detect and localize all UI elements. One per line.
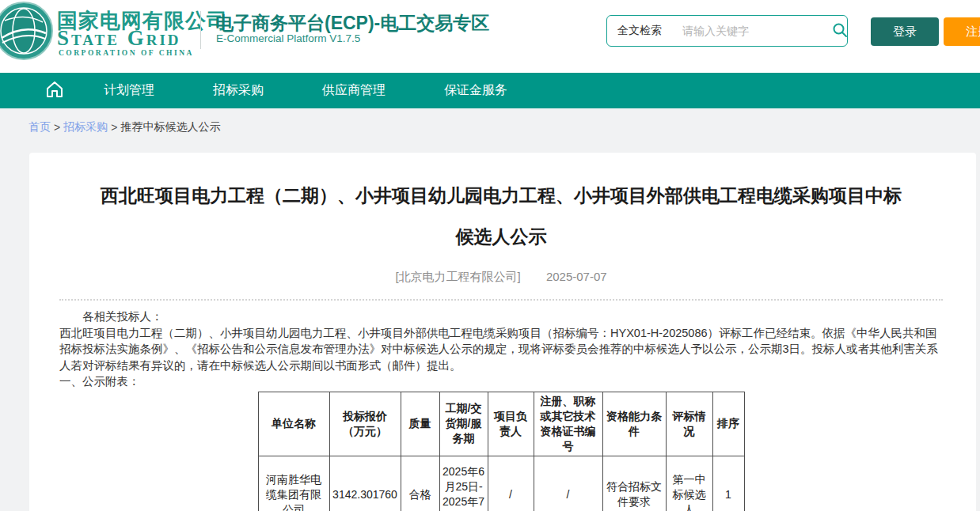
cell-certificate-no: / (534, 456, 602, 511)
col-header-bid-price: 投标报价（万元） (329, 392, 401, 456)
header-divider (200, 11, 201, 49)
breadcrumb-bidding[interactable]: 招标采购 (63, 120, 108, 134)
search-box: 全文检索 (606, 15, 848, 47)
body-paragraph: 西北旺项目电力工程（二期）、小井项目幼儿园电力工程、小井项目外部供电工程电缆采购… (59, 325, 943, 374)
search-scope-selector[interactable]: 全文检索 (607, 24, 673, 38)
section-label: 一、公示附表： (59, 373, 943, 390)
col-header-project-leader: 项目负责人 (488, 392, 534, 456)
breadcrumb-separator: > (111, 121, 117, 134)
breadcrumb: 首页 > 招标采购 > 推荐中标候选人公示 (28, 120, 980, 134)
nav-item-bidding-procurement[interactable]: 招标采购 (213, 82, 264, 99)
dotted-separator (59, 299, 943, 301)
cell-rank: 1 (712, 456, 744, 511)
article-meta: [北京电力工程有限公司] 2025-07-07 (59, 270, 943, 285)
col-header-quality: 质量 (401, 392, 439, 456)
candidates-table: 单位名称 投标报价（万元） 质量 工期/交货期/服务期 项目负责人 注册、职称或… (258, 392, 745, 511)
state-grid-logo-icon (0, 2, 54, 60)
breadcrumb-separator: > (54, 121, 60, 134)
cell-period: 2025年6月25日-2025年7月10日 (439, 456, 488, 511)
search-input[interactable] (673, 25, 832, 37)
breadcrumb-home[interactable]: 首页 (28, 120, 51, 134)
platform-version: E-Commercial Platform V1.7.5 (216, 32, 360, 44)
cell-quality: 合格 (401, 456, 439, 511)
page-header: 国家电网有限公司 State Grid CORPORATION OF CHINA… (0, 0, 980, 73)
salutation: 各相关投标人： (59, 308, 943, 325)
col-header-unit-name: 单位名称 (258, 392, 329, 456)
brand-name-en: State Grid (57, 26, 181, 50)
cell-qualification: 符合招标文件要求 (602, 456, 666, 511)
breadcrumb-current: 推荐中标候选人公示 (120, 120, 220, 134)
search-icon (832, 22, 848, 40)
col-header-rank: 排序 (712, 392, 744, 456)
col-header-evaluation: 评标情况 (666, 392, 712, 456)
login-button[interactable]: 登录 (871, 17, 939, 46)
search-button[interactable] (832, 16, 848, 46)
main-nav: 计划管理 招标采购 供应商管理 保证金服务 (0, 73, 980, 108)
cell-unit-name: 河南胜华电缆集团有限公司 (258, 456, 329, 511)
content-panel: 西北旺项目电力工程（二期）、小井项目幼儿园电力工程、小井项目外部供电工程电缆采购… (29, 153, 976, 511)
table-header-row: 单位名称 投标报价（万元） 质量 工期/交货期/服务期 项目负责人 注册、职称或… (258, 392, 744, 456)
home-icon (44, 79, 65, 103)
nav-item-supplier-management[interactable]: 供应商管理 (322, 82, 386, 99)
article-date: 2025-07-07 (546, 270, 607, 283)
article-source: [北京电力工程有限公司] (395, 270, 520, 283)
brand-subtitle: CORPORATION OF CHINA (59, 49, 194, 57)
col-header-certificate-no: 注册、职称或其它技术资格证书编号 (534, 392, 602, 456)
cell-project-leader: / (488, 456, 534, 511)
table-row: 河南胜华电缆集团有限公司 3142.301760 合格 2025年6月25日-2… (258, 456, 744, 511)
col-header-period: 工期/交货期/服务期 (439, 392, 488, 456)
register-button[interactable]: 注册 (944, 17, 980, 46)
nav-item-deposit-service[interactable]: 保证金服务 (444, 82, 507, 99)
cell-evaluation: 第一中标候选人 (666, 456, 712, 511)
article-title: 西北旺项目电力工程（二期）、小井项目幼儿园电力工程、小井项目外部供电工程电缆采购… (59, 175, 943, 257)
nav-item-plan-management[interactable]: 计划管理 (104, 82, 154, 99)
col-header-qualification: 资格能力条件 (602, 392, 666, 456)
article-body: 各相关投标人： 西北旺项目电力工程（二期）、小井项目幼儿园电力工程、小井项目外部… (59, 308, 943, 390)
nav-home-button[interactable] (44, 80, 66, 102)
cell-bid-price: 3142.301760 (329, 456, 401, 511)
